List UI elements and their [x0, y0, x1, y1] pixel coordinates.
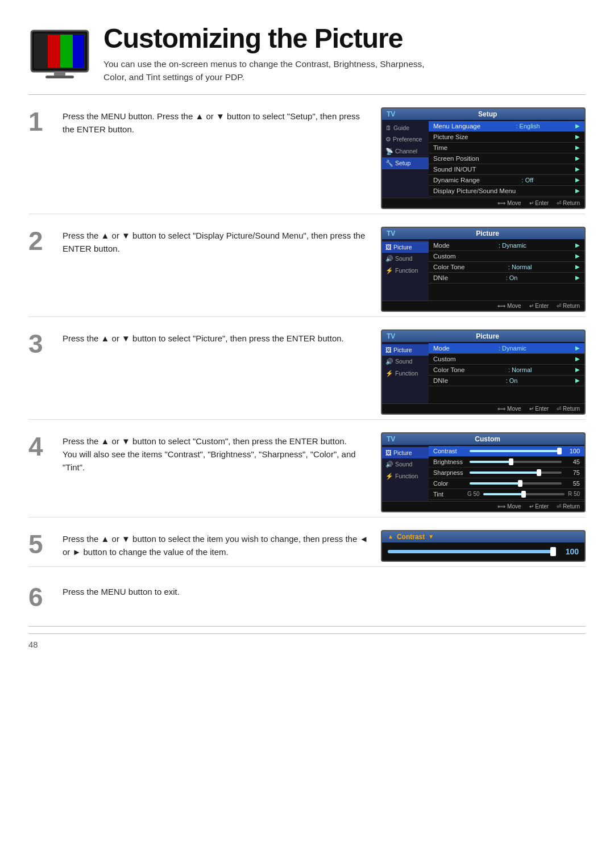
picture2-menu: Mode : Dynamic ▶ Custom ▶ Color Tone : N… — [429, 342, 584, 403]
slider-brightness: Brightness 45 — [429, 457, 584, 468]
big-contrast-track — [388, 550, 556, 553]
custom-body: 🖼 Picture 🔊 Sound ⚡ Function — [382, 445, 584, 501]
setup-header: TV Setup — [382, 108, 584, 120]
tint-track — [483, 493, 565, 495]
move-label-2: ⟺ Move — [497, 303, 521, 309]
picture-icon: 🖼 — [385, 244, 392, 251]
contrast-bar-header: ▲ Contrast ▼ — [382, 531, 584, 542]
step-1-number: 1 — [28, 107, 63, 135]
picture3-icon: 🖼 — [385, 449, 392, 456]
picture2-body: 🖼 Picture 🔊 Sound ⚡ Function — [382, 342, 584, 403]
sidebar-picture-active: 🖼 Picture — [382, 241, 429, 253]
step-2-text: Press the ▲ or ▼ button to select "Displ… — [63, 227, 381, 256]
contrast-thumb — [557, 448, 562, 454]
menu-custom2: Custom ▶ — [429, 354, 584, 365]
sound3-icon: 🔊 — [385, 461, 393, 468]
return-label: ⏎ Return — [557, 200, 580, 206]
setup-sidebar: 🗓 Guide ⚙ Preference 📡 Channel 🔧 — [382, 120, 429, 198]
menu-dynamic-range: Dynamic Range : Off ▶ — [429, 175, 584, 186]
step-5-text: Press the ▲ or ▼ button to select the it… — [63, 530, 381, 559]
sound2-icon: 🔊 — [385, 358, 393, 365]
picture1-menu: Mode : Dynamic ▶ Custom ▶ Color Tone : N… — [429, 239, 584, 301]
page-header: Customizing the Picture You can use the … — [28, 23, 586, 84]
menu-picture-size: Picture Size ▶ — [429, 132, 584, 143]
slider-sharpness: Sharpness 75 — [429, 468, 584, 478]
big-contrast-fill — [388, 550, 556, 553]
svg-rect-2 — [35, 35, 48, 68]
setup-body: 🗓 Guide ⚙ Preference 📡 Channel 🔧 — [382, 120, 584, 198]
svg-rect-5 — [73, 35, 84, 68]
color-fill — [470, 482, 520, 485]
custom-sliders: Contrast 100 Brightness — [429, 445, 584, 501]
step-3-number: 3 — [28, 329, 63, 357]
menu-dnie: DNIe : On ▶ — [429, 273, 584, 283]
brightness-fill — [470, 461, 511, 463]
menu-mode2-highlighted: Mode : Dynamic ▶ — [429, 343, 584, 354]
step-1-screen: TV Setup 🗓 Guide ⚙ Preference — [381, 107, 586, 209]
enter-label-3: ↵ Enter — [529, 406, 549, 412]
setup-title: Setup — [478, 110, 497, 118]
sidebar-function2: ⚡ Function — [382, 368, 429, 379]
setup-menu: Menu Language : English ▶ Picture Size ▶… — [429, 120, 584, 198]
sidebar-sound: 🔊 Sound — [382, 253, 429, 265]
step-2-row: 2 Press the ▲ or ▼ button to select "Dis… — [28, 220, 586, 317]
step-1-text: Press the MENU button. Press the ▲ or ▼ … — [63, 107, 381, 136]
step-3-screen: TV Picture 🖼 Picture 🔊 Sound — [381, 329, 586, 415]
setup-footer: ⟺ Move ↵ Enter ⏎ Return — [382, 198, 584, 208]
custom-header: TV Custom — [382, 433, 584, 445]
picture1-footer: ⟺ Move ↵ Enter ⏎ Return — [382, 301, 584, 311]
picture2-footer: ⟺ Move ↵ Enter ⏎ Return — [382, 403, 584, 414]
contrast-label: Contrast — [397, 533, 425, 541]
custom-sidebar: 🖼 Picture 🔊 Sound ⚡ Function — [382, 445, 429, 501]
menu-custom: Custom ▶ — [429, 251, 584, 262]
step-6-text: Press the MENU button to exit. — [63, 583, 586, 598]
sidebar-picture2-active: 🖼 Picture — [382, 344, 429, 356]
step-4-text: Press the ▲ or ▼ button to select "Custo… — [63, 432, 381, 474]
svg-rect-6 — [54, 72, 65, 76]
picture2-header: TV Picture — [382, 331, 584, 342]
page-icon — [28, 28, 91, 79]
sidebar-sound3: 🔊 Sound — [382, 458, 429, 470]
contrast-value: 100 — [561, 547, 579, 556]
contrast-fill — [470, 450, 562, 452]
custom-footer: ⟺ Move ↵ Enter ⏎ Return — [382, 501, 584, 511]
color-track — [470, 482, 562, 485]
enter-label-2: ↵ Enter — [529, 303, 549, 309]
menu-sound-inout: Sound IN/OUT ▶ — [429, 164, 584, 175]
guide-icon: 🗓 — [385, 124, 392, 131]
return-label-3: ⏎ Return — [557, 406, 580, 412]
return-label-4: ⏎ Return — [557, 503, 580, 510]
slider-color: Color 55 — [429, 478, 584, 489]
function2-icon: ⚡ — [385, 370, 393, 377]
svg-rect-4 — [60, 35, 73, 68]
sidebar-function: ⚡ Function — [382, 265, 429, 277]
sharpness-thumb — [537, 469, 541, 476]
sidebar-setup-active: 🔧 Setup — [382, 157, 429, 169]
color-thumb — [518, 480, 522, 487]
sidebar-channel: 📡 Channel — [382, 145, 429, 157]
tv-label: TV — [387, 110, 395, 118]
brightness-thumb — [509, 458, 513, 465]
step-3-text: Press the ▲ or ▼ button to select "Pictu… — [63, 329, 381, 345]
picture1-sidebar: 🖼 Picture 🔊 Sound ⚡ Function — [382, 239, 429, 301]
step-4-number: 4 — [28, 432, 63, 460]
sharpness-track — [470, 471, 562, 474]
header-text-area: Customizing the Picture You can use the … — [103, 23, 433, 84]
channel-icon: 📡 — [385, 148, 393, 155]
step-2-number: 2 — [28, 227, 63, 254]
menu-time: Time ▶ — [429, 143, 584, 153]
divider — [28, 94, 586, 95]
slider-tint: Tint G 50 R 50 — [429, 489, 584, 500]
picture2-screen: TV Picture 🖼 Picture 🔊 Sound — [381, 329, 586, 415]
step-6-row: 6 Press the MENU button to exit. — [28, 573, 586, 616]
tint-fill — [483, 493, 524, 495]
page-number: 48 — [28, 633, 586, 649]
step-5-screen: ▲ Contrast ▼ 100 — [381, 530, 586, 562]
custom-screen: TV Custom 🖼 Picture 🔊 Sound — [381, 432, 586, 512]
move-label: ⟺ Move — [497, 200, 521, 206]
brightness-track — [470, 461, 562, 463]
function-icon: ⚡ — [385, 267, 393, 274]
step-2-screen: TV Picture 🖼 Picture 🔊 Sound — [381, 227, 586, 312]
slider-contrast-highlighted: Contrast 100 — [429, 446, 584, 457]
sidebar-guide: 🗓 Guide — [382, 122, 429, 133]
